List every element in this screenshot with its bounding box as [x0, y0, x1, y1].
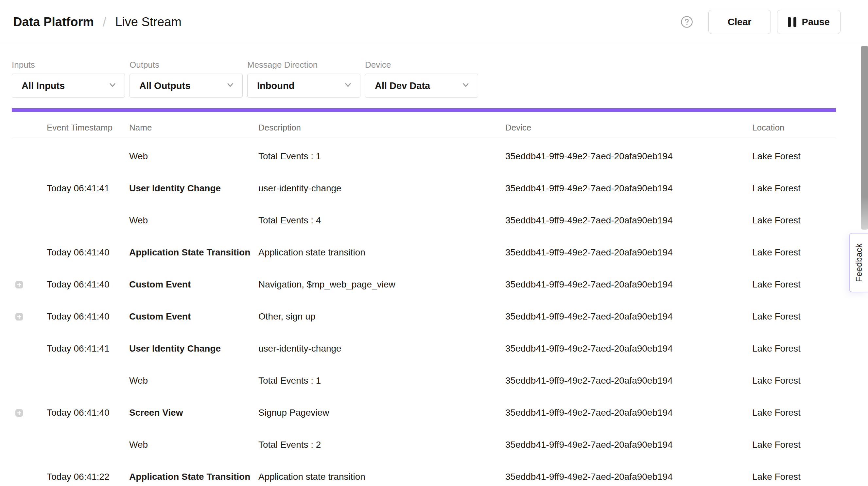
cell-expand [12, 217, 47, 224]
cell-name: Application State Transition [129, 247, 258, 258]
filter-outputs-select[interactable]: All Outputs [129, 73, 243, 98]
cell-name: Custom Event [129, 311, 258, 322]
table-row[interactable]: Today 06:41:40 Custom Event Other, sign … [12, 301, 836, 333]
cell-description: Application state transition [258, 247, 505, 258]
cell-description: user-identity-change [258, 343, 505, 354]
header-actions: Clear Pause [680, 10, 840, 34]
events-table: Event Timestamp Name Description Device … [12, 112, 836, 486]
cell-event-timestamp: Today 06:41:40 [47, 407, 129, 418]
filter-inputs-select[interactable]: All Inputs [12, 73, 125, 98]
cell-expand [12, 281, 47, 288]
filter-device-select[interactable]: All Dev Data [365, 73, 478, 98]
cell-device: 35eddb41-9ff9-49e2-7aed-20afa90eb194 [505, 151, 752, 161]
cell-location: Lake Forest [752, 247, 836, 258]
chevron-down-icon [461, 80, 471, 92]
table-row[interactable]: Today 06:41:41 User Identity Change user… [12, 333, 836, 365]
cell-description: Total Events : 1 [258, 375, 505, 386]
cell-event-timestamp: Today 06:41:41 [47, 343, 129, 354]
cell-expand [12, 249, 47, 256]
cell-name: Web [129, 215, 258, 226]
filter-device-label: Device [365, 60, 478, 70]
filter-inputs: Inputs All Inputs [12, 60, 125, 98]
breadcrumb: Data Platform / Live Stream [13, 15, 182, 29]
filter-outputs-label: Outputs [129, 60, 243, 70]
cell-expand [12, 409, 47, 417]
table-row[interactable]: Web Total Events : 1 35eddb41-9ff9-49e2-… [12, 365, 836, 397]
chevron-down-icon [107, 80, 117, 92]
cell-device: 35eddb41-9ff9-49e2-7aed-20afa90eb194 [505, 439, 752, 450]
breadcrumb-data-platform[interactable]: Data Platform [13, 15, 94, 29]
cell-name: Web [129, 375, 258, 386]
clear-button[interactable]: Clear [708, 10, 771, 34]
cell-location: Lake Forest [752, 343, 836, 354]
cell-description: Total Events : 1 [258, 151, 505, 161]
cell-location: Lake Forest [752, 279, 836, 290]
pause-button[interactable]: Pause [777, 10, 840, 34]
cell-description: Total Events : 4 [258, 215, 505, 226]
cell-device: 35eddb41-9ff9-49e2-7aed-20afa90eb194 [505, 279, 752, 290]
table-header: Event Timestamp Name Description Device … [12, 112, 836, 138]
cell-location: Lake Forest [752, 439, 836, 450]
filter-message-direction: Message Direction Inbound [247, 60, 361, 98]
cell-device: 35eddb41-9ff9-49e2-7aed-20afa90eb194 [505, 247, 752, 258]
expand-row-icon[interactable] [16, 313, 23, 321]
filter-device: Device All Dev Data [365, 60, 478, 98]
cell-location: Lake Forest [752, 215, 836, 226]
table-row[interactable]: Today 06:41:22 Application State Transit… [12, 461, 836, 486]
feedback-tab[interactable]: Feedback [849, 233, 868, 293]
filter-outputs-value: All Outputs [139, 81, 190, 91]
cell-description: user-identity-change [258, 183, 505, 193]
cell-device: 35eddb41-9ff9-49e2-7aed-20afa90eb194 [505, 375, 752, 386]
cell-name: User Identity Change [129, 343, 258, 354]
cell-description: Other, sign up [258, 311, 505, 322]
filter-inputs-label: Inputs [12, 60, 125, 70]
filter-message-direction-select[interactable]: Inbound [247, 73, 361, 98]
pause-label: Pause [802, 17, 830, 28]
help-icon[interactable] [680, 16, 693, 28]
cell-location: Lake Forest [752, 407, 836, 418]
chevron-down-icon [343, 80, 353, 92]
filters-bar: Inputs All Inputs Outputs All Outputs Me… [0, 44, 868, 98]
expand-row-icon[interactable] [16, 409, 23, 417]
col-device: Device [505, 123, 752, 133]
table-row[interactable]: Today 06:41:40 Custom Event Navigation, … [12, 269, 836, 301]
filter-message-direction-value: Inbound [257, 81, 294, 91]
cell-description: Total Events : 2 [258, 439, 505, 450]
cell-expand [12, 345, 47, 353]
page-header: Data Platform / Live Stream Clear Pause [0, 0, 868, 44]
cell-expand [12, 185, 47, 192]
table-row[interactable]: Today 06:41:40 Screen View Signup Pagevi… [12, 397, 836, 429]
col-description: Description [258, 123, 505, 133]
filter-outputs: Outputs All Outputs [129, 60, 243, 98]
table-row[interactable]: Web Total Events : 2 35eddb41-9ff9-49e2-… [12, 429, 836, 461]
cell-device: 35eddb41-9ff9-49e2-7aed-20afa90eb194 [505, 343, 752, 354]
filter-message-direction-label: Message Direction [247, 60, 361, 70]
filter-device-value: All Dev Data [375, 81, 430, 91]
table-row[interactable]: Today 06:41:41 User Identity Change user… [12, 172, 836, 204]
table-body: Web Total Events : 1 35eddb41-9ff9-49e2-… [12, 138, 836, 486]
table-row[interactable]: Today 06:41:40 Application State Transit… [12, 237, 836, 269]
table-row[interactable]: Web Total Events : 1 35eddb41-9ff9-49e2-… [12, 140, 836, 172]
cell-location: Lake Forest [752, 311, 836, 322]
cell-event-timestamp: Today 06:41:41 [47, 183, 129, 193]
expand-row-icon[interactable] [16, 281, 23, 288]
vertical-scrollbar[interactable] [861, 46, 868, 230]
cell-expand [12, 441, 47, 449]
cell-device: 35eddb41-9ff9-49e2-7aed-20afa90eb194 [505, 407, 752, 418]
col-name: Name [129, 123, 258, 133]
breadcrumb-live-stream: Live Stream [115, 15, 182, 29]
cell-device: 35eddb41-9ff9-49e2-7aed-20afa90eb194 [505, 215, 752, 226]
cell-name: Web [129, 151, 258, 161]
cell-expand [12, 153, 47, 160]
cell-description: Navigation, $mp_web_page_view [258, 279, 505, 290]
breadcrumb-separator: / [94, 15, 115, 29]
cell-location: Lake Forest [752, 183, 836, 193]
chevron-down-icon [225, 80, 235, 92]
cell-expand [12, 473, 47, 481]
table-row[interactable]: Web Total Events : 4 35eddb41-9ff9-49e2-… [12, 204, 836, 237]
cell-name: Screen View [129, 407, 258, 418]
cell-description: Application state transition [258, 472, 505, 482]
cell-description: Signup Pageview [258, 407, 505, 418]
cell-event-timestamp: Today 06:41:40 [47, 279, 129, 290]
cell-name: Web [129, 439, 258, 450]
